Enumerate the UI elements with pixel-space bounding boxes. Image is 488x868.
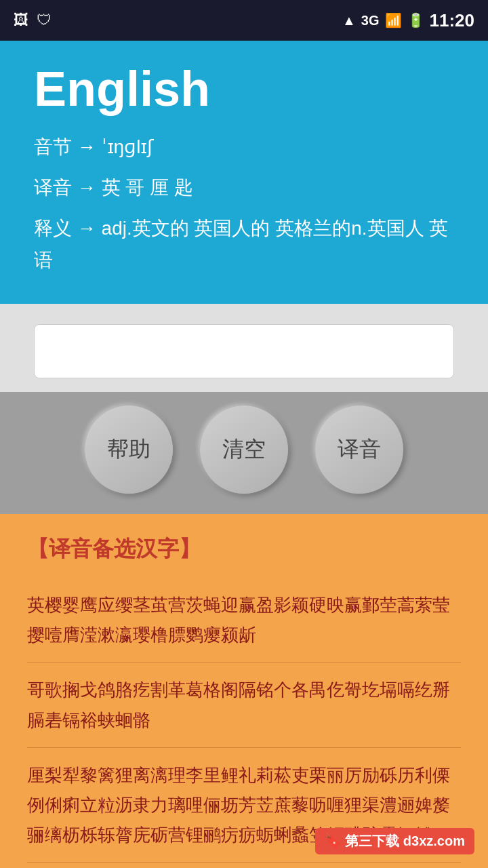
- definition: 释义 → adj.英文的 英国人的 英格兰的n.英国人 英语: [34, 212, 454, 277]
- image-icon: 🖼: [14, 12, 28, 29]
- result-block-3: 匙师失狮施湿诗尸虱十石拾时食蚀实识史矢使屎驶始式示士世柿事拭誓逝势是嗜噬适仕侍释…: [27, 863, 461, 868]
- word-card: English 音节 → ˈɪŋɡlɪʃ 译音 → 英 哥 厘 匙 释义 → a…: [0, 41, 488, 304]
- battery-icon: 🔋: [407, 12, 424, 28]
- status-bar: 🖼 🛡 ▲ 3G 📶 🔋 11:20: [0, 0, 488, 41]
- result-block-0: 英樱婴鹰应缨茎茧营茨蝇迎赢盈影颖硬映赢鄞茔蒿萦莹撄噎膺滢漱瀛璎橹膘鹦瘿颍龂: [27, 578, 461, 663]
- translate-button[interactable]: 译音: [315, 406, 403, 494]
- clear-button[interactable]: 清空: [200, 406, 288, 494]
- watermark: 🔖 第三下载 d3xz.com: [315, 828, 474, 854]
- shield-icon: 🛡: [37, 12, 52, 29]
- status-bar-right: ▲ 3G 📶 🔋 11:20: [342, 10, 474, 31]
- status-bar-left: 🖼 🛡: [14, 12, 52, 29]
- word-title: English: [34, 61, 454, 117]
- result-header: 【译音备选汉字】: [27, 534, 461, 564]
- help-button[interactable]: 帮助: [85, 406, 173, 494]
- watermark-icon: 🔖: [325, 833, 342, 848]
- wifi-icon: 📶: [385, 12, 402, 28]
- transliteration: 译音 → 英 哥 厘 匙: [34, 171, 454, 205]
- result-block-1: 哥歌搁戈鸽胳疙割革葛格阁隔铭个各禺仡哿圪塥嗝纥掰膈砉镉裕蛱蛔骼: [27, 663, 461, 747]
- signal-icon: ▲: [342, 13, 356, 28]
- search-area: [0, 304, 488, 392]
- button-row: 帮助 清空 译音: [0, 392, 488, 514]
- network-label: 3G: [361, 13, 380, 28]
- phonetics: 音节 → ˈɪŋɡlɪʃ: [34, 130, 454, 164]
- time-display: 11:20: [430, 10, 475, 31]
- search-input[interactable]: [34, 324, 454, 378]
- result-area: 【译音备选汉字】 英樱婴鹰应缨茎茧营茨蝇迎赢盈影颖硬映赢鄞茔蒿萦莹撄噎膺滢漱瀛璎…: [0, 514, 488, 868]
